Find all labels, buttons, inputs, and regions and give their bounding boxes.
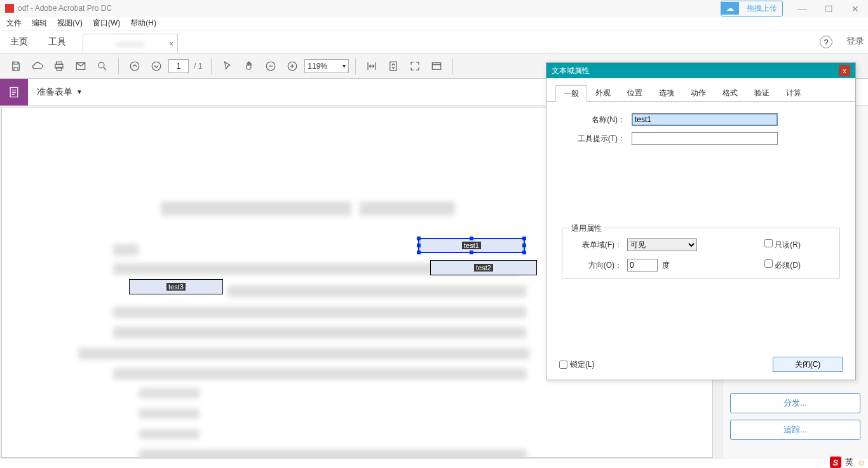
tab-general[interactable]: 一般 (555, 85, 587, 102)
close-tab-icon[interactable]: × (169, 39, 173, 48)
svg-point-4 (98, 62, 104, 68)
login-link[interactable]: 登录 (846, 36, 864, 47)
tab-validate[interactable]: 验证 (746, 85, 778, 101)
svg-point-6 (152, 62, 161, 71)
menu-window[interactable]: 窗口(W) (93, 18, 120, 29)
tab-calculate[interactable]: 计算 (778, 85, 810, 101)
app-icon (5, 4, 14, 13)
search-icon[interactable] (93, 57, 112, 76)
orientation-input[interactable] (627, 259, 658, 272)
page-down-icon[interactable] (147, 57, 166, 76)
fit-width-icon[interactable] (362, 57, 381, 76)
lock-checkbox[interactable]: 锁定(L) (559, 359, 595, 370)
form-field-select[interactable]: 可见 (627, 238, 697, 251)
form-field-test2[interactable]: test2 (430, 260, 537, 275)
menu-view[interactable]: 视图(V) (57, 18, 83, 29)
orientation-label: 方向(O)： (571, 260, 622, 271)
fit-page-icon[interactable] (384, 57, 403, 76)
name-input[interactable] (632, 113, 778, 126)
form-field-test3[interactable]: test3 (129, 279, 223, 294)
tooltip-input[interactable] (632, 132, 778, 145)
readonly-checkbox[interactable]: 只读(R) (764, 239, 828, 251)
pointer-icon[interactable] (218, 57, 237, 76)
tab-appearance[interactable]: 外观 (587, 85, 619, 101)
name-label: 名称(N)： (562, 114, 625, 125)
menu-edit[interactable]: 编辑 (32, 18, 47, 29)
page-up-icon[interactable] (125, 57, 144, 76)
tab-format[interactable]: 格式 (714, 85, 746, 101)
tab-row: 主页 工具 xxxxxxxx × ? 登录 (0, 31, 868, 53)
page-number-input[interactable] (168, 59, 189, 73)
smile-icon: ☺ (857, 458, 865, 467)
tooltip-label: 工具提示(T)： (562, 134, 625, 144)
window-close[interactable]: ✕ (848, 4, 863, 13)
tab-tools[interactable]: 工具 (38, 31, 76, 53)
form-field-label: 表单域(F)： (571, 240, 622, 251)
required-checkbox[interactable]: 必须(D) (764, 259, 828, 271)
track-button[interactable]: 追踪... (730, 420, 860, 440)
tab-actions[interactable]: 动作 (682, 85, 714, 101)
distribute-button[interactable]: 分发... (730, 393, 860, 413)
tab-options[interactable]: 选项 (651, 85, 682, 101)
menu-file[interactable]: 文件 (6, 18, 22, 29)
zoom-out-icon[interactable] (261, 57, 280, 76)
dialog-title: 文本域属性 (552, 65, 590, 76)
dialog-tabs: 一般 外观 位置 选项 动作 格式 验证 计算 (546, 85, 855, 102)
mail-icon[interactable] (71, 57, 90, 76)
cloud-icon: ☁ (721, 2, 739, 15)
window-minimize[interactable]: — (794, 4, 810, 13)
window-maximize[interactable]: ☐ (821, 4, 836, 13)
menu-bar: 文件 编辑 视图(V) 窗口(W) 帮助(H) (0, 17, 868, 31)
zoom-in-icon[interactable] (283, 57, 302, 76)
svg-rect-2 (57, 67, 62, 70)
form-title[interactable]: 准备表单▼ (28, 86, 92, 98)
dialog-close-icon[interactable]: x (839, 65, 850, 76)
window-title: odf - Adobe Acrobat Pro DC (18, 4, 112, 13)
read-mode-icon[interactable] (427, 57, 446, 76)
form-mode-icon[interactable] (0, 79, 28, 106)
ime-indicator[interactable]: S 英 ☺ (830, 457, 865, 468)
text-field-properties-dialog[interactable]: 文本域属性 x 一般 外观 位置 选项 动作 格式 验证 计算 名称(N)： 工… (546, 62, 856, 380)
svg-rect-9 (390, 62, 397, 71)
svg-rect-10 (433, 62, 442, 69)
cloud-icon[interactable] (28, 57, 47, 76)
help-icon[interactable]: ? (820, 36, 832, 48)
form-field-test1[interactable]: test1 (418, 238, 525, 253)
page-total: / 1 (194, 62, 202, 71)
sogou-icon: S (830, 457, 841, 468)
svg-point-5 (130, 62, 139, 71)
menu-help[interactable]: 帮助(H) (130, 18, 156, 29)
drag-upload-button[interactable]: ☁ 拖拽上传 (721, 1, 783, 17)
save-icon[interactable] (6, 57, 25, 76)
document-tab[interactable]: xxxxxxxx × (83, 34, 178, 53)
zoom-select[interactable]: 119% (304, 59, 349, 73)
hand-icon[interactable] (240, 57, 259, 76)
dialog-titlebar[interactable]: 文本域属性 x (546, 63, 855, 78)
tab-position[interactable]: 位置 (619, 85, 651, 101)
tab-home[interactable]: 主页 (0, 31, 38, 53)
window-titlebar: odf - Adobe Acrobat Pro DC ☁ 拖拽上传 — ☐ ✕ (0, 0, 868, 17)
close-button[interactable]: 关闭(C) (773, 357, 843, 372)
group-legend: 通用属性 (569, 223, 604, 234)
common-properties-group: 通用属性 表单域(F)： 可见 只读(R) 方向(O)： 度 必须(D) (562, 228, 840, 279)
fullscreen-icon[interactable] (405, 57, 424, 76)
print-icon[interactable] (50, 57, 69, 76)
